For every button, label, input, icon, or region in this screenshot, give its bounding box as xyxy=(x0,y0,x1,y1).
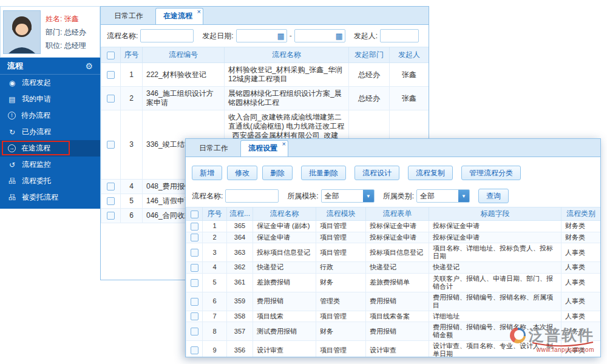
cell-select xyxy=(186,262,203,274)
cell-name: 保证金申请 xyxy=(253,232,316,243)
tab-daily-work[interactable]: 日常工作 xyxy=(107,8,154,24)
sidebar-item-flow-delegate[interactable]: 品流程委托 xyxy=(0,173,100,189)
edit-button[interactable]: 修改 xyxy=(227,166,257,180)
cell-form: 费用报销 xyxy=(366,292,429,311)
col-title-fields[interactable]: 标题字段 xyxy=(429,207,561,221)
initiator-input[interactable] xyxy=(380,29,419,42)
cell-select xyxy=(101,63,121,87)
win1-table-head: 序号流程编号流程名称发起部门发起人 xyxy=(101,47,429,63)
win2-table-head: 序号流程...流程名称流程模块流程表单标题字段流程类别 xyxy=(186,207,601,221)
col-category[interactable]: 流程类别 xyxy=(561,207,601,221)
cell-form: 投标保证金申请 xyxy=(366,221,429,232)
sidebar-item-label: 流程监控 xyxy=(22,160,51,170)
sidebar-item-my-applications[interactable]: ▤我的申请 xyxy=(0,91,100,107)
row-checkbox[interactable] xyxy=(191,279,198,287)
col-seq[interactable]: 序号 xyxy=(203,207,227,221)
flow-design-button[interactable]: 流程设计 xyxy=(354,166,399,180)
sidebar-item-in-transit-flows[interactable]: →在途流程 xyxy=(0,140,100,157)
tab-in-transit-flow[interactable]: 在途流程× xyxy=(155,8,203,24)
chevron-down-icon[interactable]: ▼ xyxy=(458,190,469,202)
col-flow-name[interactable]: 流程名称 xyxy=(253,207,316,221)
calendar-icon[interactable]: ▦ xyxy=(277,32,284,40)
calendar-icon[interactable]: ▦ xyxy=(335,32,342,40)
delete-button[interactable]: 删除 xyxy=(262,166,293,180)
org-tree-icon: 品 xyxy=(8,192,16,203)
tab-flow-settings[interactable]: 流程设置× xyxy=(240,140,288,157)
sidebar-item-done-flows[interactable]: ↻已办流程 xyxy=(0,124,100,140)
table-row: 9356设计审查项目管理设计审查设计审查、项目名称、专业、设计人、制单日期人事类 xyxy=(186,341,601,357)
row-checkbox[interactable] xyxy=(107,71,115,79)
col-seq[interactable]: 序号 xyxy=(121,47,143,63)
col-dept[interactable]: 发起部门 xyxy=(349,47,390,63)
row-checkbox[interactable] xyxy=(107,212,115,220)
row-checkbox[interactable] xyxy=(191,234,198,241)
category-select[interactable]: 全部 ▼ xyxy=(416,189,470,203)
header-row: 序号流程...流程名称流程模块流程表单标题字段流程类别 xyxy=(186,207,601,221)
batch-delete-button[interactable]: 批量删除 xyxy=(301,166,346,180)
row-checkbox[interactable] xyxy=(107,197,115,205)
col-flow-code[interactable]: 流程编号 xyxy=(143,47,225,63)
screen: 姓名: 张鑫 部门: 总经办 职位: 总经理 流程 ⚙ ◉流程发起▤我的申请!待… xyxy=(0,0,607,364)
flow-name-input[interactable] xyxy=(225,189,279,203)
active-item-highlight xyxy=(2,141,70,155)
table-row: 5361差旅费报销财务差旅费报销单关联客户、报销人、申请日期、部门、报销合计人事… xyxy=(186,273,601,292)
cell-no: 5 xyxy=(203,273,227,292)
cell-name: 材料验收登记_材料采购_张鑫_华润12城房建工程项目 xyxy=(225,63,349,87)
date-to-input[interactable]: ▦ xyxy=(294,29,345,42)
sidebar-item-flow-monitor[interactable]: ↺流程监控 xyxy=(0,157,100,173)
select-all-checkbox[interactable] xyxy=(107,52,115,59)
row-checkbox[interactable] xyxy=(191,223,198,231)
module-select[interactable]: 全部 ▼ xyxy=(321,189,375,203)
cell-category: 人事类 xyxy=(561,292,601,311)
gear-icon[interactable]: ⚙ xyxy=(85,61,93,71)
sidebar: 流程 ⚙ ◉流程发起▤我的申请!待办流程↻已办流程→在途流程↺流程监控品流程委托… xyxy=(0,58,100,209)
tab-label: 流程设置 xyxy=(248,144,277,152)
sidebar-item-flow-launch[interactable]: ◉流程发起 xyxy=(0,75,100,91)
user-name: 姓名: 张鑫 xyxy=(46,12,86,25)
table-row: 8357测试费用报销财务费用报销费用报销、报销编号、报销名称、本次报销金额财务类 xyxy=(186,322,601,341)
row-checkbox[interactable] xyxy=(191,312,198,320)
row-checkbox[interactable] xyxy=(107,183,115,190)
sidebar-item-label: 被委托流程 xyxy=(22,192,58,203)
row-checkbox[interactable] xyxy=(191,346,198,354)
cell-fields: 费用报销、报销编号、报销名称、本次报销金额 xyxy=(429,322,561,341)
cell-fields: 费用报销、报销编号、报销名称、所属项目 xyxy=(429,292,561,311)
chevron-down-icon[interactable]: ▼ xyxy=(363,190,374,202)
win2-toolbar: 新增修改删除批量删除流程设计流程复制管理流程分类 xyxy=(186,157,600,185)
close-icon[interactable]: × xyxy=(197,8,201,15)
select-all-checkbox[interactable] xyxy=(191,211,198,218)
cell-category: 人事类 xyxy=(561,243,601,262)
add-button[interactable]: 新增 xyxy=(192,166,222,180)
col-module[interactable]: 流程模块 xyxy=(316,207,366,221)
sidebar-item-delegated-flows[interactable]: 品被委托流程 xyxy=(0,189,100,206)
close-icon[interactable]: × xyxy=(282,140,286,147)
row-checkbox[interactable] xyxy=(191,328,198,335)
search-button[interactable]: 查询 xyxy=(478,189,509,203)
row-checkbox[interactable] xyxy=(107,95,115,103)
date-from-input[interactable]: ▦ xyxy=(236,29,287,42)
cell-no: 3 xyxy=(203,243,227,262)
row-checkbox[interactable] xyxy=(191,264,198,272)
win2-filterbar: 流程名称: 所属模块: 全部 ▼ 所属类别: 全部 ▼ 查询 xyxy=(186,185,600,207)
table-row: 4362快递登记行政快递登记快递登记人事类 xyxy=(186,262,601,274)
manage-category-button[interactable]: 管理流程分类 xyxy=(461,166,521,180)
col-flow-name[interactable]: 流程名称 xyxy=(225,47,349,63)
col-flow-code[interactable]: 流程... xyxy=(227,207,253,221)
tab-daily-work[interactable]: 日常工作 xyxy=(192,141,239,157)
cell-category: 人事类 xyxy=(561,273,601,292)
cell-name: 差旅费报销 xyxy=(253,273,316,292)
col-initiator[interactable]: 发起人 xyxy=(390,47,429,63)
flow-copy-button[interactable]: 流程复制 xyxy=(408,166,453,180)
row-checkbox[interactable] xyxy=(107,141,115,149)
row-checkbox[interactable] xyxy=(191,249,198,257)
sidebar-item-todo-flows[interactable]: !待办流程 xyxy=(0,107,100,124)
win1-tabbar: 日常工作在途流程× xyxy=(101,7,429,25)
win2-table-body: 1365保证金申请 (副本)项目管理投标保证金申请投标保证金申请财务类2364保… xyxy=(186,221,601,358)
module-select-value: 全部 xyxy=(322,191,363,201)
date-range-separator: - xyxy=(290,32,292,40)
col-form[interactable]: 流程表单 xyxy=(366,207,429,221)
table-row: 3363投标项目信息登记项目管理投标项目信息登记项目名称、详细地址、投标负责人、… xyxy=(186,243,601,262)
flow-name-input[interactable] xyxy=(140,29,194,42)
category-select-value: 全部 xyxy=(417,191,458,201)
row-checkbox[interactable] xyxy=(191,298,198,306)
